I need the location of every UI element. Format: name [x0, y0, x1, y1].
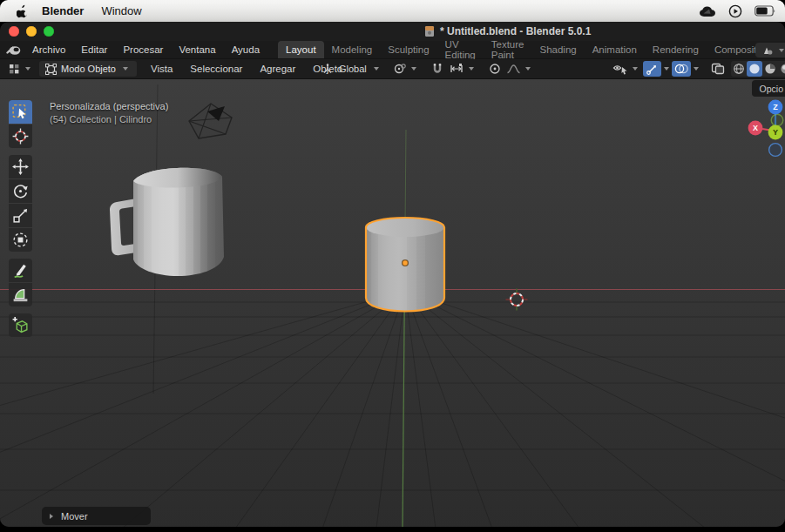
zoom-button[interactable] [44, 26, 54, 37]
menu-agregar[interactable]: Agregar [251, 59, 304, 78]
orientation-select[interactable]: Global [319, 61, 384, 77]
macos-menubar: Blender Window [0, 0, 785, 22]
cylinder-object[interactable] [366, 218, 444, 312]
shading-rendered-button[interactable] [778, 61, 785, 77]
chevron-down-icon [25, 67, 30, 71]
minimize-button[interactable] [26, 26, 37, 37]
tab-sculpting[interactable]: Sculpting [380, 41, 436, 58]
editor-type-button[interactable] [5, 61, 36, 77]
menubar-window-menu[interactable]: Window [92, 4, 150, 17]
sidebar-tab-label: Opcio [760, 84, 783, 94]
snap-toggle[interactable] [429, 61, 446, 77]
operator-panel-label: Mover [61, 511, 88, 522]
chevron-down-icon[interactable] [664, 67, 669, 71]
menu-archivo[interactable]: Archivo [24, 41, 73, 58]
proportional-editing-toggle[interactable] [486, 61, 504, 77]
tool-rotate-button[interactable] [9, 179, 32, 203]
screen-record-icon[interactable] [728, 4, 742, 18]
tool-select-box-button[interactable] [9, 100, 32, 124]
tool-annotate-button[interactable] [9, 259, 32, 282]
snap-target-select[interactable] [446, 61, 479, 77]
solid-sphere-icon [748, 63, 761, 75]
visibility-filter-button[interactable] [610, 61, 643, 77]
scene-icon [761, 44, 774, 56]
tab-shading[interactable]: Shading [531, 41, 584, 58]
tab-rendering[interactable]: Rendering [645, 41, 707, 58]
chevron-down-icon [123, 67, 128, 71]
chevron-down-icon[interactable] [694, 67, 699, 71]
menu-vista[interactable]: Vista [142, 59, 181, 78]
xray-toggle[interactable] [708, 61, 727, 77]
annotate-pen-icon [11, 261, 30, 279]
tab-texture-paint[interactable]: Texture Paint [484, 41, 532, 58]
gizmo-toggle[interactable] [643, 61, 661, 77]
overlays-toggle[interactable] [672, 61, 691, 77]
operator-panel-mover[interactable]: Mover [42, 507, 151, 525]
proportional-icon [489, 63, 501, 75]
camera-object[interactable] [189, 104, 232, 138]
scene-canvas[interactable] [0, 79, 785, 527]
shading-mode-group [731, 61, 785, 77]
mug-object[interactable] [110, 168, 224, 276]
tool-add-primitive-button[interactable] [9, 313, 32, 337]
magnet-icon [431, 63, 443, 75]
chevron-down-icon [633, 67, 638, 71]
menu-editar[interactable]: Editar [73, 41, 115, 58]
shading-solid-button[interactable] [747, 61, 762, 77]
chevron-down-icon [469, 67, 474, 71]
menubar-app-menu[interactable]: Blender [33, 4, 92, 17]
menu-seleccionar[interactable]: Seleccionar [181, 59, 251, 78]
axis-y-line-far [405, 130, 406, 226]
tab-uv-editing[interactable]: UV Editing [437, 41, 484, 58]
viewport-header: Modo Objeto Vista Seleccionar Agregar Ob… [0, 59, 785, 79]
move-icon [11, 158, 30, 176]
scene-selector-button[interactable] [755, 43, 785, 57]
shading-material-button[interactable] [762, 61, 778, 77]
scale-icon [11, 206, 30, 225]
menu-ayuda[interactable]: Ayuda [224, 41, 267, 58]
tool-scale-button[interactable] [9, 204, 32, 227]
rendered-sphere-icon [780, 63, 785, 75]
menu-ventana[interactable]: Ventana [171, 41, 223, 58]
mode-select[interactable]: Modo Objeto [39, 61, 137, 77]
falloff-curve-icon [506, 63, 521, 75]
chevron-down-icon [779, 49, 784, 52]
blender-logo-icon[interactable] [0, 41, 24, 58]
blender-window: * Untitled.blend - Blender 5.0.1 Archivo… [0, 22, 785, 527]
falloff-select[interactable] [504, 61, 536, 77]
tab-animation[interactable]: Animation [585, 41, 645, 58]
menu-procesar[interactable]: Procesar [115, 41, 171, 58]
sidebar-tab-opciones[interactable]: Opcio [752, 80, 785, 97]
disclosure-triangle-icon [50, 514, 53, 519]
shading-wireframe-button[interactable] [731, 61, 747, 77]
context-label: (54) Collection | Cilindro [50, 113, 168, 126]
wireframe-sphere-icon [733, 63, 745, 75]
tab-modeling[interactable]: Modeling [324, 41, 381, 58]
gizmo-x-label: X [753, 124, 758, 132]
apple-menu[interactable] [10, 4, 33, 18]
editor-type-icon [8, 63, 21, 75]
camera-up-triangle [207, 106, 225, 121]
xray-icon [711, 63, 725, 75]
viewport-3d[interactable]: Personalizada (perspectiva) (54) Collect… [0, 79, 785, 527]
tool-transform-button[interactable] [9, 228, 32, 252]
tool-measure-button[interactable] [9, 283, 32, 306]
tab-layout[interactable]: Layout [278, 41, 324, 58]
window-title: * Untitled.blend - Blender 5.0.1 [440, 25, 591, 37]
mode-label: Modo Objeto [61, 64, 116, 74]
filter-eye-icon [612, 63, 628, 75]
nav-gizmo[interactable]: Z X Y [745, 98, 785, 167]
window-titlebar[interactable]: * Untitled.blend - Blender 5.0.1 [0, 22, 785, 41]
cloud-icon[interactable] [699, 5, 716, 17]
close-button[interactable] [9, 26, 19, 37]
measure-icon [11, 286, 30, 304]
tool-cursor-button[interactable] [9, 125, 32, 148]
view-name-label: Personalizada (perspectiva) [50, 100, 168, 113]
tool-move-button[interactable] [9, 155, 32, 178]
rotate-icon [11, 182, 30, 200]
toolbar [9, 100, 32, 337]
overlays-icon [674, 63, 688, 75]
pivot-point-select[interactable] [391, 61, 422, 77]
gizmo-axis-z-neg[interactable] [769, 144, 782, 157]
gizmo-axis-y-neg[interactable] [771, 114, 783, 126]
